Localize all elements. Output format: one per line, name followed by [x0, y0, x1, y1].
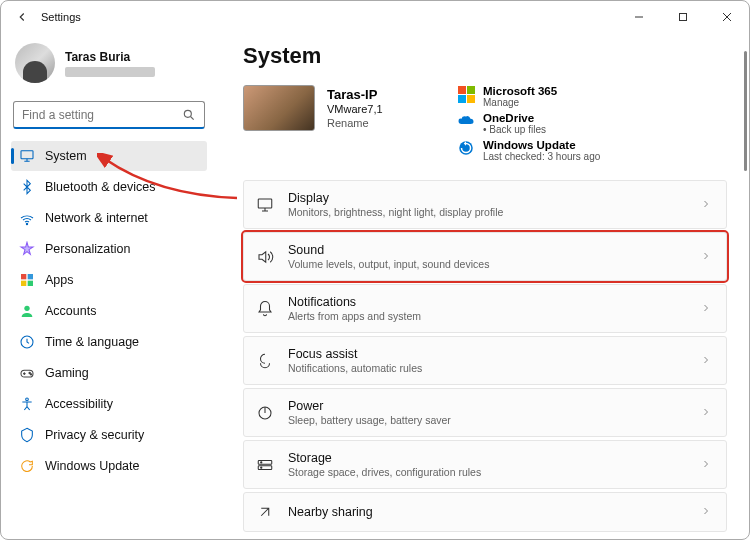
- sidebar-item-bluetooth[interactable]: Bluetooth & devices: [11, 172, 207, 202]
- update-icon: [19, 458, 35, 474]
- user-email-redacted: [65, 67, 155, 77]
- settings-row-display[interactable]: Display Monitors, brightness, night ligh…: [243, 180, 727, 229]
- row-title: Power: [288, 399, 686, 413]
- row-title: Notifications: [288, 295, 686, 309]
- sidebar-item-apps[interactable]: Apps: [11, 265, 207, 295]
- back-button[interactable]: [11, 6, 33, 28]
- row-title: Focus assist: [288, 347, 686, 361]
- main-panel: System Taras-IP VMware7,1 Rename Microso…: [217, 33, 749, 539]
- settings-row-sound[interactable]: Sound Volume levels, output, input, soun…: [243, 232, 727, 281]
- card-onedrive[interactable]: OneDrive• Back up files: [457, 112, 587, 135]
- update-icon: [457, 139, 475, 157]
- sidebar-item-gaming[interactable]: Gaming: [11, 358, 207, 388]
- sidebar-item-label: Accounts: [45, 304, 96, 318]
- settings-row-power[interactable]: Power Sleep, battery usage, battery save…: [243, 388, 727, 437]
- close-button[interactable]: [705, 3, 749, 31]
- search-icon: [182, 108, 196, 122]
- svg-rect-9: [28, 274, 33, 279]
- card-windows-update[interactable]: Windows UpdateLast checked: 3 hours ago: [457, 139, 717, 162]
- system-icon: [19, 148, 35, 164]
- sidebar-item-label: Bluetooth & devices: [45, 180, 156, 194]
- chevron-right-icon: [700, 404, 712, 422]
- svg-point-29: [261, 467, 262, 468]
- svg-rect-4: [21, 151, 33, 159]
- chevron-right-icon: [700, 248, 712, 266]
- row-title: Storage: [288, 451, 686, 465]
- user-name: Taras Buria: [65, 50, 155, 64]
- settings-row-notifications[interactable]: Notifications Alerts from apps and syste…: [243, 284, 727, 333]
- pc-info[interactable]: Taras-IP VMware7,1 Rename: [243, 85, 443, 131]
- sidebar-item-personalization[interactable]: Personalization: [11, 234, 207, 264]
- pc-name: Taras-IP: [327, 87, 383, 102]
- row-subtitle: Notifications, automatic rules: [288, 362, 686, 374]
- row-subtitle: Sleep, battery usage, battery saver: [288, 414, 686, 426]
- sidebar-item-label: Windows Update: [45, 459, 140, 473]
- search-box[interactable]: [13, 101, 205, 129]
- sidebar-item-time[interactable]: Time & language: [11, 327, 207, 357]
- settings-row-storage[interactable]: Storage Storage space, drives, configura…: [243, 440, 727, 489]
- storage-icon: [256, 456, 274, 474]
- gaming-icon: [19, 365, 35, 381]
- titlebar: Settings: [1, 1, 749, 33]
- row-subtitle: Alerts from apps and system: [288, 310, 686, 322]
- sidebar-item-system[interactable]: System: [11, 141, 207, 171]
- card-title: Windows Update: [483, 139, 600, 151]
- row-title: Nearby sharing: [288, 505, 686, 519]
- accessibility-icon: [19, 396, 35, 412]
- sidebar-item-privacy[interactable]: Privacy & security: [11, 420, 207, 450]
- onedrive-icon: [457, 112, 475, 130]
- notifications-icon: [256, 300, 274, 318]
- sound-icon: [256, 248, 274, 266]
- chevron-right-icon: [700, 456, 712, 474]
- svg-rect-8: [21, 274, 26, 279]
- sidebar-item-label: Apps: [45, 273, 74, 287]
- rename-link[interactable]: Rename: [327, 117, 383, 129]
- svg-rect-21: [258, 199, 272, 208]
- ms365-icon: [457, 85, 475, 103]
- avatar: [15, 43, 55, 83]
- chevron-right-icon: [700, 300, 712, 318]
- card-sub: Manage: [483, 97, 557, 108]
- minimize-button[interactable]: [617, 3, 661, 31]
- power-icon: [256, 404, 274, 422]
- sidebar-item-label: System: [45, 149, 87, 163]
- svg-point-18: [30, 374, 31, 375]
- personalization-icon: [19, 241, 35, 257]
- bluetooth-icon: [19, 179, 35, 195]
- svg-rect-10: [21, 281, 26, 286]
- scrollbar[interactable]: [744, 51, 747, 171]
- row-subtitle: Storage space, drives, configuration rul…: [288, 466, 686, 478]
- sidebar-item-network[interactable]: Network & internet: [11, 203, 207, 233]
- settings-row-nearby[interactable]: Nearby sharing: [243, 492, 727, 532]
- sidebar-item-label: Personalization: [45, 242, 130, 256]
- sidebar-item-accounts[interactable]: Accounts: [11, 296, 207, 326]
- row-subtitle: Volume levels, output, input, sound devi…: [288, 258, 686, 270]
- card-ms365[interactable]: Microsoft 365Manage: [457, 85, 587, 108]
- sidebar-item-update[interactable]: Windows Update: [11, 451, 207, 481]
- window-controls: [617, 3, 749, 31]
- focus-icon: [256, 352, 274, 370]
- sidebar-item-label: Accessibility: [45, 397, 113, 411]
- svg-point-28: [261, 461, 262, 462]
- user-block[interactable]: Taras Buria: [11, 39, 207, 97]
- maximize-button[interactable]: [661, 3, 705, 31]
- card-sub: Last checked: 3 hours ago: [483, 151, 600, 162]
- row-subtitle: Monitors, brightness, night light, displ…: [288, 206, 686, 218]
- window-title: Settings: [41, 11, 81, 23]
- pc-thumbnail: [243, 85, 315, 131]
- nearby-icon: [256, 503, 274, 521]
- search-input[interactable]: [22, 108, 182, 122]
- svg-point-17: [29, 372, 30, 373]
- sidebar-item-accessibility[interactable]: Accessibility: [11, 389, 207, 419]
- sidebar-item-label: Network & internet: [45, 211, 148, 225]
- page-title: System: [243, 43, 727, 69]
- settings-row-focus[interactable]: Focus assist Notifications, automatic ru…: [243, 336, 727, 385]
- network-icon: [19, 210, 35, 226]
- accounts-icon: [19, 303, 35, 319]
- sidebar-item-label: Gaming: [45, 366, 89, 380]
- sidebar-item-label: Privacy & security: [45, 428, 144, 442]
- chevron-right-icon: [700, 503, 712, 521]
- card-sub: • Back up files: [483, 124, 546, 135]
- display-icon: [256, 196, 274, 214]
- svg-point-7: [26, 223, 27, 224]
